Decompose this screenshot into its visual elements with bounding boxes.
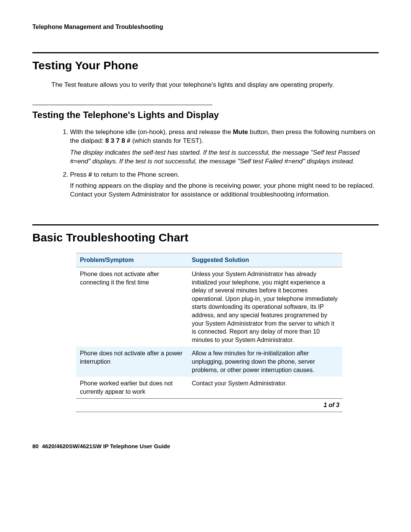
step1-text-c: (which stands for TEST). (131, 137, 203, 144)
section-title-chart: Basic Troubleshooting Chart (32, 230, 379, 246)
guide-title: 4620/4620SW/4621SW IP Telephone User Gui… (42, 443, 170, 449)
section-rule-2 (32, 224, 379, 225)
section-intro: The Test feature allows you to verify th… (51, 81, 379, 89)
table-row: Phone does not activate after connecting… (76, 267, 342, 347)
section-title-testing: Testing Your Phone (32, 58, 379, 73)
step-2: Press # to return to the Phone screen. I… (70, 171, 379, 199)
subsection-title: Testing the Telephone's Lights and Displ… (32, 109, 379, 121)
step2-text-a: Press (70, 171, 88, 178)
cell-problem: Phone does not activate after a power in… (76, 347, 188, 377)
step-1: With the telephone idle (on-hook), press… (70, 128, 379, 166)
cell-solution: Unless your System Administrator has alr… (188, 267, 342, 347)
mute-label: Mute (233, 128, 248, 136)
steps-list: With the telephone idle (on-hook), press… (61, 128, 379, 199)
cell-problem: Phone does not activate after connecting… (76, 267, 188, 347)
page-number: 80 (32, 443, 39, 449)
cell-problem: Phone worked earlier but does not curren… (76, 377, 188, 398)
page-footer: 80 4620/4620SW/4621SW IP Telephone User … (32, 443, 379, 450)
col-problem: Problem/Symptom (76, 253, 188, 267)
troubleshooting-table: Problem/Symptom Suggested Solution Phone… (76, 253, 342, 398)
section-rule (32, 52, 379, 53)
col-solution: Suggested Solution (188, 253, 342, 267)
step2-followup: If nothing appears on the display and th… (70, 182, 379, 199)
table-pager: 1 of 3 (76, 398, 342, 412)
cell-solution: Contact your System Administrator. (188, 377, 342, 398)
dial-code: 8 3 7 8 # (105, 137, 131, 144)
step2-text-b: to return to the Phone screen. (92, 171, 180, 178)
subsection-rule (32, 105, 212, 105)
step1-text-a: With the telephone idle (on-hook), press… (70, 128, 233, 136)
table-row: Phone does not activate after a power in… (76, 347, 342, 377)
hash-key: # (88, 171, 92, 178)
step1-result: The display indicates the self-test has … (70, 149, 379, 166)
cell-solution: Allow a few minutes for re-initializatio… (188, 347, 342, 377)
table-row: Phone worked earlier but does not curren… (76, 377, 342, 398)
running-header: Telephone Management and Troubleshooting (32, 23, 379, 31)
